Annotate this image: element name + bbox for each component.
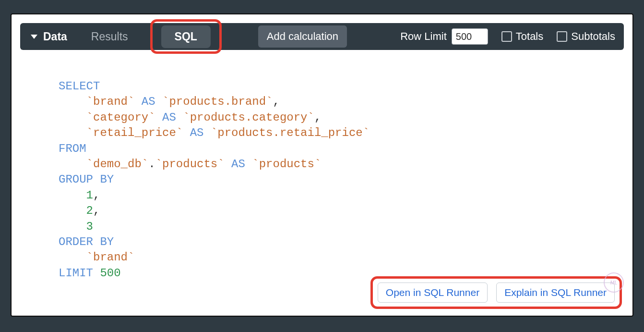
- sql-token: ,: [314, 111, 321, 124]
- sql-token: `brand`: [86, 95, 135, 108]
- sql-token: AS: [142, 95, 155, 108]
- sql-token: 500: [100, 267, 120, 280]
- sql-token: `products.retail_price`: [211, 126, 370, 139]
- row-limit-input[interactable]: [452, 28, 488, 45]
- sql-token: GROUP BY: [59, 173, 114, 186]
- checkbox-icon: [501, 31, 512, 42]
- highlight-runner-buttons: Open in SQL Runner Explain in SQL Runner: [370, 276, 622, 309]
- sql-token: ,: [273, 95, 280, 108]
- sql-token: ,: [93, 204, 100, 217]
- sql-token: FROM: [59, 142, 86, 155]
- data-toolbar: Data Results SQL Add calculation Row Lim…: [20, 23, 624, 50]
- explain-in-sql-runner-button[interactable]: Explain in SQL Runner: [496, 283, 615, 303]
- totals-checkbox-group[interactable]: Totals: [501, 30, 543, 43]
- sql-token: `category`: [86, 111, 155, 124]
- sql-token: ORDER BY: [59, 235, 114, 248]
- sql-token: SELECT: [59, 80, 100, 93]
- sql-token: `brand`: [86, 251, 135, 264]
- sql-token: AS: [231, 158, 245, 171]
- sql-token: 3: [86, 220, 93, 233]
- sql-code[interactable]: SELECT `brand` AS `products.brand`, `cat…: [59, 79, 632, 281]
- sql-token: `retail_price`: [86, 126, 183, 139]
- sql-token: AS: [162, 111, 176, 124]
- totals-label: Totals: [516, 30, 543, 43]
- sql-token: `products`: [252, 158, 321, 171]
- highlight-sql-tab: SQL: [150, 19, 222, 54]
- checkbox-icon: [557, 31, 567, 42]
- sql-token: AS: [190, 126, 204, 139]
- tab-results[interactable]: Results: [84, 27, 135, 46]
- row-limit-label: Row Limit: [400, 30, 447, 43]
- sql-token: `demo_db`: [86, 158, 149, 171]
- sql-token: `products.category`: [183, 111, 314, 124]
- sql-token: LIMIT: [59, 267, 93, 280]
- sql-token: ,: [93, 189, 100, 202]
- row-limit-group: Row Limit: [400, 28, 488, 45]
- sql-token: 1: [86, 189, 93, 202]
- data-label: Data: [43, 30, 67, 43]
- sql-area: SELECT `brand` AS `products.brand`, `cat…: [12, 50, 632, 316]
- add-calculation-button[interactable]: Add calculation: [258, 25, 347, 48]
- sql-token: `products.brand`: [162, 95, 273, 108]
- explore-panel: Data Results SQL Add calculation Row Lim…: [11, 13, 633, 317]
- data-section-toggle[interactable]: Data: [31, 30, 67, 43]
- tab-sql[interactable]: SQL: [161, 25, 211, 48]
- sql-token: `products`: [155, 158, 225, 171]
- sql-token: 2: [86, 204, 93, 217]
- open-in-sql-runner-button[interactable]: Open in SQL Runner: [378, 283, 488, 303]
- subtotals-checkbox-group[interactable]: Subtotals: [557, 30, 615, 43]
- subtotals-label: Subtotals: [571, 30, 615, 43]
- sql-token: .: [148, 158, 155, 171]
- toolbar-left: Data Results SQL Add calculation: [31, 20, 347, 53]
- caret-down-icon: [31, 35, 37, 39]
